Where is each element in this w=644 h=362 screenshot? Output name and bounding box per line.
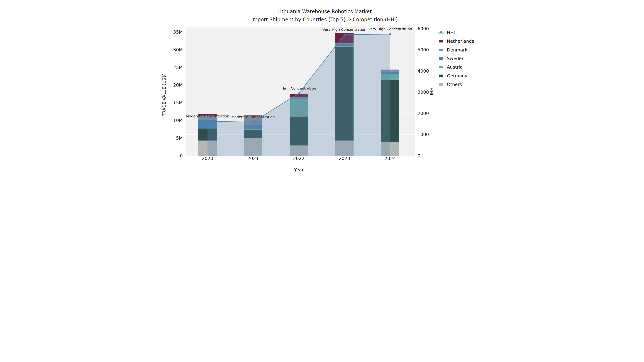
legend-label-others: Others bbox=[447, 82, 462, 87]
y2-tick-label: 6000 bbox=[418, 26, 429, 31]
legend-item-others: Others bbox=[439, 82, 462, 87]
legend-swatch-netherlands bbox=[439, 40, 443, 42]
y2-tick-label: 1000 bbox=[418, 132, 429, 137]
legend-swatch-austria bbox=[439, 66, 443, 68]
legend-label-germany: Germany bbox=[447, 73, 468, 78]
x-tick-label-2021: 2021 bbox=[248, 156, 259, 161]
x-tick-label-2020: 2020 bbox=[202, 156, 213, 161]
hhi-marker-2020 bbox=[206, 120, 208, 122]
hhi-marker-2024 bbox=[389, 33, 391, 35]
y2-axis-title: HHI bbox=[429, 87, 434, 95]
legend-swatch-germany bbox=[439, 74, 443, 77]
legend-swatch-sweden bbox=[439, 57, 443, 60]
x-tick-label-2023: 2023 bbox=[339, 156, 350, 161]
y2-tick-label: 3000 bbox=[418, 89, 429, 95]
y2-tick-label: 5000 bbox=[418, 47, 429, 52]
hhi-marker-2023 bbox=[344, 34, 346, 35]
y-tick-label: 35M bbox=[173, 29, 183, 35]
annotation-2020: Moderate Concentration bbox=[186, 114, 229, 118]
legend-label-austria: Austria bbox=[447, 64, 462, 70]
legend: HHINetherlandsDenmarkSwedenAustriaGerman… bbox=[438, 30, 474, 87]
hhi-marker-2021 bbox=[252, 121, 254, 123]
x-axis-title: Year bbox=[294, 167, 304, 173]
y-tick-label: 0 bbox=[180, 153, 183, 158]
y-tick-label: 25M bbox=[173, 65, 183, 70]
legend-label-hhi: HHI bbox=[447, 30, 455, 35]
y-tick-label: 20M bbox=[173, 82, 183, 88]
x-tick-label-2024: 2024 bbox=[384, 156, 396, 161]
legend-label-sweden: Sweden bbox=[447, 56, 464, 61]
y2-tick-label: 2000 bbox=[418, 111, 429, 116]
legend-hhi-marker bbox=[440, 31, 442, 33]
legend-label-denmark: Denmark bbox=[447, 47, 468, 52]
y-tick-label: 15M bbox=[173, 100, 183, 105]
legend-swatch-denmark bbox=[439, 49, 443, 51]
legend-item-denmark: Denmark bbox=[439, 47, 468, 52]
y2-tick-label: 4000 bbox=[418, 68, 429, 74]
hhi-marker-2022 bbox=[298, 93, 300, 94]
legend-swatch-others bbox=[439, 83, 443, 86]
legend-item-germany: Germany bbox=[439, 73, 468, 78]
y2-tick-label: 0 bbox=[418, 153, 420, 158]
legend-item-netherlands: Netherlands bbox=[439, 39, 474, 44]
y-tick-label: 30M bbox=[173, 47, 183, 52]
legend-label-netherlands: Netherlands bbox=[447, 39, 474, 44]
legend-item-sweden: Sweden bbox=[439, 56, 464, 61]
chart-title: Lithuania Warehouse Robotics Market bbox=[277, 8, 372, 14]
annotation-2022: High Concentration bbox=[282, 86, 316, 90]
legend-item-austria: Austria bbox=[439, 64, 462, 70]
plot-area: 05M10M15M20M25M30M35M0100020003000400050… bbox=[173, 26, 429, 161]
chart-figure: Lithuania Warehouse Robotics Market Impo… bbox=[161, 0, 483, 181]
y-tick-label: 5M bbox=[176, 135, 183, 141]
legend-item-hhi: HHI bbox=[438, 30, 455, 35]
annotation-2024: Very High Concentration bbox=[368, 27, 412, 31]
y-tick-label: 10M bbox=[173, 118, 183, 123]
x-tick-label-2022: 2022 bbox=[293, 156, 304, 161]
chart-canvas: Lithuania Warehouse Robotics Market Impo… bbox=[161, 0, 483, 181]
annotation-2023: Very High Concentration bbox=[322, 27, 366, 32]
y-axis-title: TRADE VALUE (US$) bbox=[162, 73, 167, 116]
annotation-2021: Moderate Concentration bbox=[231, 115, 275, 119]
chart-subtitle: Import Shipment by Countries (Top 5) & C… bbox=[251, 17, 398, 22]
